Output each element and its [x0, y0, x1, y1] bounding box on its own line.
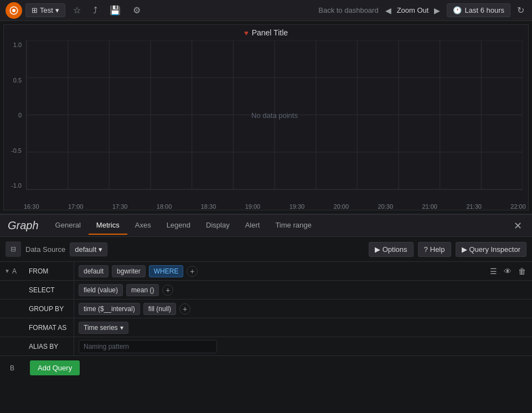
test-menu-button[interactable]: ⊞ Test ▾	[25, 3, 65, 17]
tab-alert[interactable]: Alert	[237, 216, 268, 235]
star-icon-button[interactable]: ☆	[69, 3, 85, 18]
heart-icon: ♥	[244, 29, 249, 37]
from-bgwriter-tag[interactable]: bgwriter	[112, 265, 146, 277]
x-label-2: 17:00	[68, 203, 86, 210]
collapse-arrow[interactable]: ▼	[4, 268, 10, 274]
question-icon: ?	[424, 245, 428, 254]
top-nav: ⊞ Test ▾ ☆ ⤴ 💾 ⚙ Back to dashboard ◀ Zoo…	[0, 0, 532, 21]
x-label-3: 17:30	[112, 203, 130, 210]
groupby-label: GROUP BY	[24, 300, 74, 318]
y-label-2: 0.5	[4, 77, 24, 84]
select-label: SELECT	[24, 281, 74, 299]
from-label: FROM	[24, 262, 74, 280]
no-data-label: No data points	[251, 111, 298, 119]
chart-inner: No data points	[26, 40, 523, 190]
select-field-tag[interactable]: field (value)	[79, 284, 123, 296]
query-b-id: B	[10, 364, 14, 372]
query-a-id: A	[12, 267, 17, 275]
alias-input[interactable]	[79, 340, 217, 353]
query-a-groupby-row: GROUP BY time ($__interval) fill (null) …	[0, 300, 532, 318]
groupby-time-tag[interactable]: time ($__interval)	[79, 303, 140, 315]
query-a-format-spacer	[0, 318, 24, 337]
select-mean-tag[interactable]: mean ()	[126, 284, 159, 296]
zoom-out-label[interactable]: Zoom Out	[395, 6, 431, 14]
x-axis-labels: 16:30 17:00 17:30 18:00 18:30 19:00 19:3…	[4, 201, 528, 210]
help-button[interactable]: ? Help	[418, 242, 451, 257]
x-label-6: 19:00	[245, 203, 263, 210]
format-content: Time series ▾	[74, 318, 532, 337]
from-default-tag[interactable]: default	[79, 265, 109, 277]
zoom-area: ◀ Zoom Out ▶	[383, 5, 443, 16]
datasource-select[interactable]: default ▾	[70, 242, 107, 256]
from-where-tag[interactable]: WHERE	[149, 265, 184, 277]
query-a-select-row: SELECT field (value) mean () +	[0, 281, 532, 300]
format-label: FORMAT AS	[24, 318, 74, 337]
grid-icon: ⊞	[32, 6, 38, 14]
caret-icon: ▾	[55, 6, 59, 14]
x-label-12: 22:00	[510, 203, 528, 210]
from-content: default bgwriter WHERE +	[74, 262, 484, 280]
clock-icon: 🕐	[453, 6, 462, 14]
x-label-5: 18:30	[201, 203, 219, 210]
editor-area: Graph General Metrics Axes Legend Displa…	[0, 214, 532, 380]
query-a-actions: ☰ 👁 🗑	[484, 262, 532, 280]
select-content: field (value) mean () +	[74, 281, 532, 299]
query-a-alias-row: ALIAS BY	[0, 337, 532, 356]
query-inspector-button[interactable]: ▶ Query Inspector	[456, 242, 527, 257]
query-a-menu-button[interactable]: ☰	[487, 265, 500, 277]
logo-button[interactable]	[6, 2, 22, 19]
x-label-9: 20:30	[378, 203, 396, 210]
panel-type-label: Graph	[6, 215, 48, 236]
x-label-1: 16:30	[24, 203, 42, 210]
query-a-alias-spacer	[0, 337, 24, 355]
alias-label: ALIAS BY	[24, 337, 74, 355]
panel-area: ♥ Panel Title 1.0 0.5 0 -0.5 -1.0	[3, 24, 529, 210]
query-a-from-row: ▼ A FROM default bgwriter WHERE + ☰ 👁 🗑	[0, 262, 532, 281]
y-label-4: -0.5	[4, 147, 24, 154]
y-label-top: 1.0	[4, 42, 24, 48]
settings-icon-button[interactable]: ⚙	[128, 3, 145, 18]
query-a-eye-button[interactable]: 👁	[501, 265, 514, 277]
x-label-7: 19:30	[290, 203, 307, 210]
editor-close-button[interactable]: ✕	[509, 218, 526, 234]
tab-metrics[interactable]: Metrics	[89, 216, 127, 235]
groupby-add-button[interactable]: +	[179, 303, 190, 314]
tab-general[interactable]: General	[48, 216, 89, 235]
from-add-button[interactable]: +	[187, 266, 198, 277]
y-label-bottom: -1.0	[4, 182, 24, 189]
add-query-row: B Add Query	[0, 356, 532, 380]
query-a-select-spacer	[0, 281, 24, 299]
tab-axes[interactable]: Axes	[127, 216, 159, 235]
query-a-letter: ▼ A	[0, 262, 24, 280]
panel-title-bar: ♥ Panel Title	[4, 25, 528, 40]
chart-container: 1.0 0.5 0 -0.5 -1.0	[4, 40, 528, 201]
query-b-letter: B	[6, 364, 30, 372]
format-caret-icon: ▾	[120, 324, 123, 332]
groupby-fill-tag[interactable]: fill (null)	[143, 303, 176, 315]
groupby-content: time ($__interval) fill (null) +	[74, 300, 532, 318]
tab-time-range[interactable]: Time range	[267, 216, 319, 235]
db-icon: ⊟	[11, 245, 16, 253]
refresh-button[interactable]: ↻	[515, 3, 526, 18]
back-to-dashboard-button[interactable]: Back to dashboard	[318, 6, 378, 14]
y-label-3: 0	[4, 112, 24, 118]
select-add-button[interactable]: +	[162, 285, 173, 296]
share-icon-button[interactable]: ⤴	[89, 3, 102, 18]
svg-point-1	[12, 9, 16, 12]
options-button[interactable]: ▶ Options	[369, 242, 414, 257]
save-icon-button[interactable]: 💾	[105, 3, 125, 18]
x-label-10: 21:00	[422, 203, 440, 210]
caret-down-icon: ▾	[99, 245, 102, 254]
zoom-right-button[interactable]: ▶	[432, 5, 442, 16]
tab-legend[interactable]: Legend	[159, 216, 198, 235]
zoom-left-button[interactable]: ◀	[383, 5, 394, 16]
chevron-right-icon2: ▶	[462, 245, 467, 254]
tab-display[interactable]: Display	[198, 216, 237, 235]
x-label-8: 20:00	[334, 203, 352, 210]
query-a-delete-button[interactable]: 🗑	[515, 265, 529, 277]
time-range-button[interactable]: 🕐 Last 6 hours	[447, 3, 510, 17]
add-query-button[interactable]: Add Query	[30, 360, 80, 375]
chevron-right-icon: ▶	[375, 245, 380, 254]
format-select[interactable]: Time series ▾	[79, 322, 128, 334]
y-axis-labels: 1.0 0.5 0 -0.5 -1.0	[4, 40, 24, 190]
